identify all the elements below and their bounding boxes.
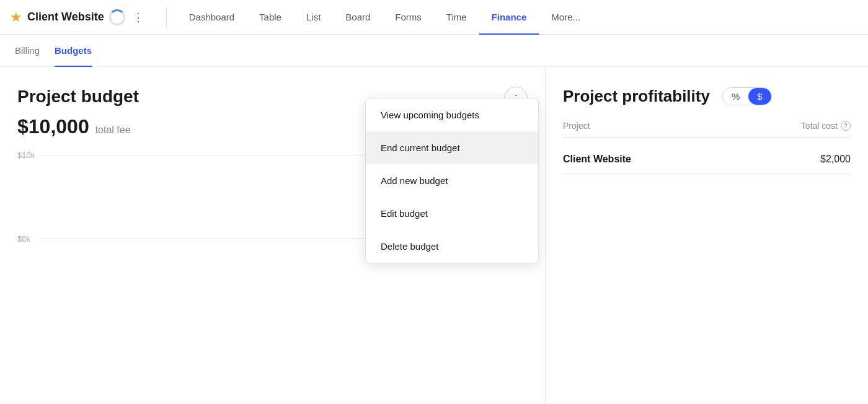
row-project-name: Client Website (563, 154, 631, 165)
tab-more[interactable]: More... (539, 0, 593, 35)
toggle-dollar-button[interactable]: $ (748, 88, 771, 105)
menu-item-add-new[interactable]: Add new budget (366, 164, 538, 197)
sub-tab-budgets[interactable]: Budgets (55, 35, 92, 67)
tab-forms[interactable]: Forms (383, 0, 434, 35)
sub-tabs: Billing Budgets (0, 35, 868, 67)
nav-divider (166, 8, 167, 27)
profitability-row: Client Website $2,000 (563, 145, 851, 174)
toggle-percent-button[interactable]: % (723, 88, 748, 105)
chart-label-10k: $10k (17, 151, 35, 160)
tab-finance[interactable]: Finance (479, 0, 539, 35)
top-nav: ★ Client Website ⋮ Dashboard Table List … (0, 0, 868, 35)
row-project-cost: $2,000 (820, 154, 851, 165)
tab-board[interactable]: Board (333, 0, 383, 35)
menu-item-view-upcoming[interactable]: View upcoming budgets (366, 99, 538, 131)
col-header-project: Project (563, 121, 590, 131)
profitability-header: Project profitability % $ (563, 87, 851, 106)
tab-list[interactable]: List (294, 0, 333, 35)
menu-item-delete[interactable]: Delete budget (366, 230, 538, 263)
total-fee-label: total fee (95, 125, 131, 136)
menu-item-end-current[interactable]: End current budget (366, 131, 538, 164)
brand: ★ Client Website ⋮ (10, 8, 146, 27)
sub-tab-billing[interactable]: Billing (15, 35, 40, 67)
profitability-title: Project profitability (563, 87, 710, 106)
tab-table[interactable]: Table (247, 0, 294, 35)
profitability-table: Project Total cost ? Client Website $2,0… (563, 121, 851, 174)
context-menu: View upcoming budgets End current budget… (365, 98, 539, 263)
total-cost-info-icon[interactable]: ? (841, 121, 851, 131)
right-panel: Project profitability % $ Project Total … (546, 67, 868, 404)
profitability-toggle-group: % $ (722, 87, 772, 105)
nav-tabs: Dashboard Table List Board Forms Time Fi… (177, 0, 593, 34)
total-fee-amount: $10,000 (17, 115, 89, 138)
tab-time[interactable]: Time (434, 0, 479, 35)
star-icon: ★ (10, 9, 22, 25)
tab-dashboard[interactable]: Dashboard (177, 0, 247, 35)
profitability-table-header: Project Total cost ? (563, 121, 851, 138)
menu-item-edit[interactable]: Edit budget (366, 197, 538, 230)
left-panel: Project budget ⋮ $10,000 total fee $10k … (0, 67, 546, 404)
brand-more-icon[interactable]: ⋮ (130, 8, 146, 27)
project-budget-title: Project budget (17, 87, 139, 107)
brand-title: Client Website (27, 11, 104, 24)
main-content: Project budget ⋮ $10,000 total fee $10k … (0, 67, 868, 404)
chart-label-8k: $8k (17, 234, 30, 244)
loading-spinner (109, 9, 125, 25)
col-header-total-cost: Total cost ? (801, 121, 851, 131)
